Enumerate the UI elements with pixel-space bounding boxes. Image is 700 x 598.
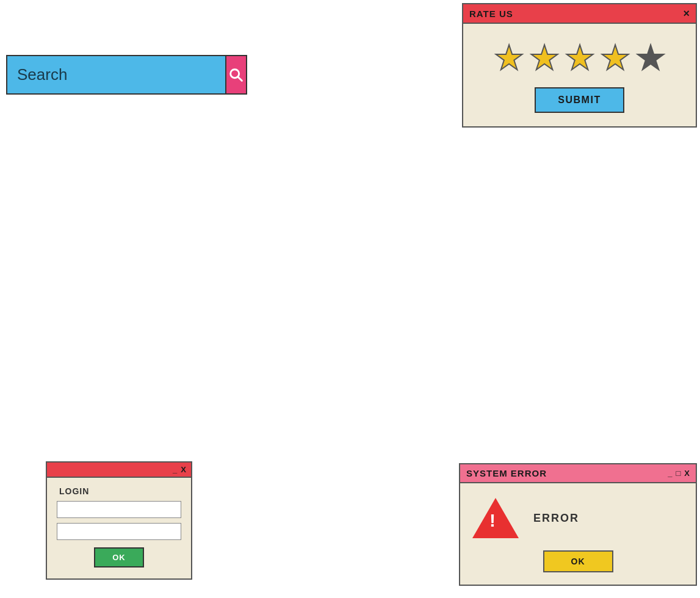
error-maximize-button[interactable]: □ (676, 469, 680, 477)
error-text: ERROR (533, 512, 579, 525)
error-body: ERROR OK (460, 483, 696, 585)
error-close-button[interactable]: X (684, 469, 690, 477)
login-window: _ X LOGIN OK (46, 461, 192, 580)
star-3[interactable]: ★ (565, 41, 595, 75)
svg-line-1 (238, 76, 242, 80)
rate-us-title: RATE US (469, 9, 513, 19)
error-ok-button[interactable]: OK (543, 550, 613, 572)
star-1[interactable]: ★ (494, 41, 524, 75)
login-label: LOGIN (59, 486, 89, 496)
star-2[interactable]: ★ (529, 41, 560, 75)
rate-us-titlebar: RATE US × (463, 4, 696, 24)
login-body: LOGIN OK (47, 478, 191, 578)
error-titlebar-controls: _ □ X (668, 469, 690, 477)
login-minimize-button[interactable]: _ (173, 466, 177, 474)
rate-us-window: RATE US × ★ ★ ★ ★ ★ SUBMIT (462, 3, 697, 128)
search-input[interactable] (6, 55, 225, 95)
rate-us-body: ★ ★ ★ ★ ★ SUBMIT (463, 24, 696, 126)
error-titlebar: SYSTEM ERROR _ □ X (460, 464, 696, 483)
stars-row: ★ ★ ★ ★ ★ (494, 41, 666, 75)
search-icon (228, 67, 245, 84)
login-password-input[interactable] (57, 523, 181, 540)
submit-button[interactable]: SUBMIT (535, 87, 624, 113)
rate-us-close-button[interactable]: × (683, 8, 690, 19)
star-5[interactable]: ★ (635, 41, 666, 75)
search-button[interactable] (225, 55, 247, 95)
star-4[interactable]: ★ (600, 41, 630, 75)
error-content-row: ERROR (472, 498, 684, 538)
error-title: SYSTEM ERROR (466, 468, 547, 478)
search-widget (6, 55, 247, 95)
login-username-input[interactable] (57, 501, 181, 518)
warning-triangle-icon (472, 498, 519, 538)
error-window: SYSTEM ERROR _ □ X ERROR OK (459, 463, 697, 586)
error-minimize-button[interactable]: _ (668, 469, 672, 477)
login-close-button[interactable]: X (181, 466, 186, 474)
login-titlebar: _ X (47, 463, 191, 478)
login-ok-button[interactable]: OK (94, 547, 144, 567)
